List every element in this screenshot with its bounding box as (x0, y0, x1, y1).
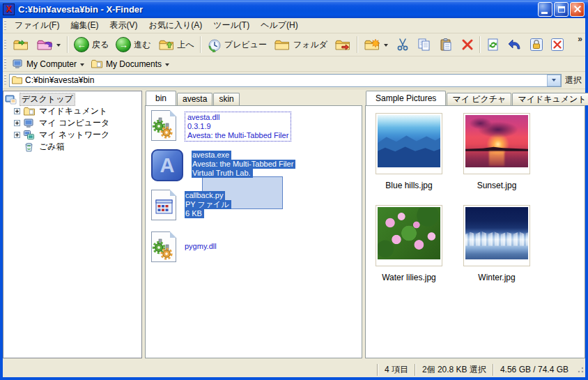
picture-label[interactable]: Sunset.jpg (461, 181, 533, 190)
link-bar: My Computer My Documents (3, 56, 585, 72)
link-my-documents[interactable]: My Documents (88, 58, 173, 70)
tree-item-my-network-label[interactable]: マイ ネットワーク (38, 129, 111, 141)
chevron-down-icon[interactable] (56, 44, 61, 49)
file-name[interactable]: avesta.dll (187, 113, 288, 122)
address-path[interactable]: C:¥bin¥avesta¥bin (23, 75, 547, 85)
status-disk-space: 4.56 GB / 74.4 GB (494, 365, 575, 374)
back-button[interactable]: ← 戻る (71, 36, 111, 54)
picture-label[interactable]: Blue hills.jpg (373, 181, 445, 190)
main-toolbar: ← 戻る → 進む 上へ (3, 33, 585, 56)
tree-item-desktop[interactable]: デスクトップ (5, 93, 140, 105)
link-my-computer[interactable]: My Computer (9, 58, 88, 70)
paste-button[interactable] (436, 36, 457, 53)
move-to-button[interactable] (332, 37, 354, 53)
toolbar-grip[interactable] (4, 39, 6, 50)
expand-plus-icon[interactable] (14, 108, 20, 114)
preview-button[interactable]: プレビュー (204, 36, 270, 54)
file-description: Avesta: the Multi-Tabbed Filer (192, 160, 295, 169)
chevron-down-icon[interactable] (80, 63, 84, 68)
tree-item-my-documents[interactable]: マイドキュメント (5, 105, 140, 117)
select-button[interactable]: 選択 (562, 73, 585, 88)
picture-sunset[interactable]: Sunset.jpg (461, 113, 533, 190)
address-bar: C:¥bin¥avesta¥bin 選択 (3, 72, 585, 89)
picture-blue-hills[interactable]: Blue hills.jpg (373, 113, 445, 190)
file-avesta-exe[interactable]: A avesta.exe Avesta: the Multi-Tabbed Fi… (151, 149, 295, 181)
gears-icon (150, 238, 178, 261)
menu-favorites[interactable]: お気に入り(A) (143, 18, 208, 33)
copy-button[interactable] (414, 36, 435, 53)
menu-view[interactable]: 表示(V) (104, 18, 143, 33)
picture-winter[interactable]: Winter.jpg (461, 205, 533, 282)
file-avesta-dll[interactable]: avesta.dll 0.3.1.9 Avesta: the Multi-Tab… (151, 110, 291, 142)
file-pygmy-dll[interactable]: pygmy.dll (151, 231, 217, 262)
file-company: Virtual Truth Lab. (192, 169, 253, 178)
delete-button[interactable] (458, 37, 477, 52)
pictures-list[interactable]: Blue hills.jpg Sunset.jpg Water lilies.j… (365, 105, 585, 358)
toolbar-grip[interactable] (4, 59, 6, 70)
tab-sample-pictures[interactable]: Sample Pictures (366, 91, 446, 105)
close-icon (573, 5, 582, 13)
toolbar-grip[interactable] (4, 75, 6, 86)
preview-label: プレビュー (224, 39, 267, 51)
file-callback-py[interactable]: callback.py PY ファイル 6 KB (151, 190, 231, 220)
picture-water-lilies[interactable]: Water lilies.jpg (373, 205, 445, 282)
file-list[interactable]: avesta.dll 0.3.1.9 Avesta: the Multi-Tab… (145, 105, 362, 358)
tree-item-desktop-label[interactable]: デスクトップ (20, 93, 75, 106)
chevron-down-icon[interactable] (165, 63, 169, 68)
minimize-button[interactable] (538, 2, 552, 17)
chevron-down-icon[interactable] (384, 44, 388, 49)
file-type: PY ファイル (185, 200, 231, 209)
close-tab-button[interactable] (548, 36, 567, 53)
app-icon: X (3, 3, 15, 15)
thumbnail-frame (463, 205, 530, 266)
tree-item-my-computer-label[interactable]: マイ コンピュータ (38, 117, 111, 129)
cut-button[interactable] (393, 36, 412, 53)
address-dropdown-button[interactable] (547, 75, 561, 86)
toolbar-grip[interactable] (4, 20, 6, 31)
tree-item-my-documents-label[interactable]: マイドキュメント (38, 105, 109, 117)
file-details: avesta.dll 0.3.1.9 Avesta: the Multi-Tab… (185, 112, 291, 142)
undo-button[interactable] (504, 36, 525, 53)
picture-label[interactable]: Water lilies.jpg (373, 273, 445, 282)
menu-file[interactable]: ファイル(F) (9, 18, 65, 33)
lock-button[interactable] (527, 36, 546, 53)
tree-item-my-computer[interactable]: マイ コンピュータ (5, 117, 140, 129)
file-name[interactable]: pygmy.dll (185, 242, 217, 251)
file-name[interactable]: avesta.exe (192, 151, 231, 160)
py-file-icon (151, 190, 176, 220)
new-tab-button[interactable] (10, 37, 32, 53)
tab-avesta[interactable]: avesta (177, 93, 212, 105)
folders-button[interactable]: フォルダ (271, 37, 330, 53)
tab-skin[interactable]: skin (213, 93, 239, 105)
clone-tab-button[interactable] (33, 37, 64, 53)
title-bar[interactable]: X C:¥bin¥avesta¥bin - X-Finder (0, 0, 588, 18)
menu-tools[interactable]: ツール(T) (208, 18, 255, 33)
tree-item-my-network[interactable]: マイ ネットワーク (5, 129, 140, 141)
up-button[interactable]: 上へ (155, 37, 197, 53)
picture-label[interactable]: Winter.jpg (461, 273, 533, 282)
new-folder-button[interactable] (361, 37, 392, 53)
address-input[interactable]: C:¥bin¥avesta¥bin (9, 74, 562, 87)
folder-new-icon (364, 38, 380, 52)
tab-my-pictures[interactable]: マイ ピクチャ (447, 93, 511, 105)
file-name[interactable]: callback.py (185, 191, 225, 200)
tab-my-documents[interactable]: マイドキュメント (512, 93, 588, 105)
pictures-pane-tabs: Sample Pictures マイ ピクチャ マイドキュメント (365, 91, 585, 105)
toolbar-overflow-chevron[interactable]: » (578, 33, 585, 44)
menu-edit[interactable]: 編集(E) (65, 18, 104, 33)
toolbar-separator (67, 36, 68, 53)
resize-grip[interactable] (575, 366, 585, 376)
my-documents-icon (91, 59, 103, 69)
maximize-button[interactable] (554, 2, 568, 17)
forward-button[interactable]: → 進む (113, 36, 153, 54)
refresh-button[interactable] (483, 36, 503, 53)
tree-item-recycle-bin-label[interactable]: ごみ箱 (38, 141, 66, 153)
expand-plus-icon[interactable] (14, 120, 20, 126)
menu-help[interactable]: ヘルプ(H) (255, 18, 304, 33)
close-button[interactable] (570, 2, 585, 17)
expand-plus-icon[interactable] (14, 132, 20, 138)
tab-bin[interactable]: bin (146, 91, 176, 105)
tree-item-recycle-bin[interactable]: ごみ箱 (5, 141, 140, 153)
file-details: pygmy.dll (185, 242, 217, 251)
forward-icon: → (116, 37, 131, 52)
